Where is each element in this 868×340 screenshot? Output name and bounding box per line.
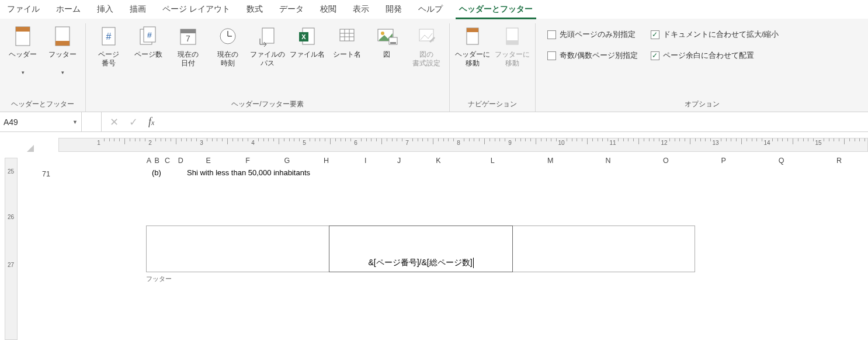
page-number-button[interactable]: # ページ 番号 <box>91 23 127 69</box>
svg-rect-10 <box>180 29 196 33</box>
insert-function-icon[interactable]: fx <box>148 116 154 128</box>
footer-center-section[interactable]: &[ページ番号]/&[総ページ数] <box>329 225 512 272</box>
accept-formula-icon[interactable]: ✓ <box>129 116 138 129</box>
sheet-icon <box>335 25 359 48</box>
column-header[interactable]: B <box>152 157 162 165</box>
column-header[interactable]: G <box>268 157 307 165</box>
svg-rect-3 <box>55 41 70 46</box>
sheet-name-button[interactable]: シート名 <box>329 23 365 69</box>
chevron-down-icon: ▼ <box>72 119 78 125</box>
tab-header-footer[interactable]: ヘッダーとフッター <box>456 2 536 17</box>
picture-button[interactable]: 図 <box>369 23 405 69</box>
clock-icon <box>216 25 239 48</box>
tab-insert[interactable]: 挿入 <box>93 2 117 17</box>
tab-data[interactable]: データ <box>276 2 307 17</box>
header-icon <box>11 25 34 48</box>
footer-region-label: フッター <box>146 275 172 283</box>
tab-home[interactable]: ホーム <box>53 2 84 17</box>
column-header[interactable]: Q <box>752 157 810 165</box>
column-header[interactable]: R <box>810 157 868 165</box>
calendar-icon: 7 <box>176 25 200 48</box>
tab-view[interactable]: 表示 <box>349 2 373 17</box>
format-picture-icon <box>415 25 438 48</box>
ribbon-group-navigation: ヘッダーに 移動 フッターに 移動 ナビゲーション <box>450 23 536 112</box>
column-header[interactable]: O <box>637 157 695 165</box>
svg-text:7: 7 <box>186 34 190 43</box>
select-all-button[interactable] <box>20 138 34 152</box>
tab-file[interactable]: ファイル <box>4 2 43 17</box>
cell-text[interactable]: Shi with less than 50,000 inhabitants <box>187 168 310 177</box>
excel-file-icon: X <box>296 25 319 48</box>
horizontal-ruler[interactable]: 123456789101112131415 <box>58 138 868 152</box>
file-path-icon <box>256 25 279 48</box>
option-scale-with-doc[interactable]: ✓ ドキュメントに合わせて拡大/縮小 <box>651 29 779 40</box>
column-header[interactable]: M <box>522 157 579 165</box>
footer-right-section[interactable] <box>512 226 695 272</box>
column-header[interactable]: A <box>146 157 152 165</box>
file-path-button[interactable]: ファイルの パス <box>249 23 286 69</box>
svg-rect-19 <box>340 29 354 41</box>
header-dropdown-button[interactable]: ヘッダー ▾ <box>5 23 41 76</box>
option-first-page-different[interactable]: 先頭ページのみ別指定 <box>547 29 638 40</box>
svg-rect-1 <box>16 27 30 32</box>
column-header[interactable]: L <box>464 157 522 165</box>
ribbon-group-header-footer: ヘッダー ▾ フッター ▾ ヘッダーとフッター <box>0 23 86 112</box>
svg-text:#: # <box>106 32 112 41</box>
worksheet-area[interactable]: 123456789101112131415 252627 ABCDEFGHIJK… <box>0 132 868 340</box>
tab-developer[interactable]: 開発 <box>382 2 405 17</box>
svg-rect-28 <box>419 29 433 41</box>
file-name-button[interactable]: X ファイル名 <box>289 23 325 69</box>
column-header[interactable]: F <box>228 157 267 165</box>
svg-rect-31 <box>467 28 478 32</box>
footer-dropdown-button[interactable]: フッター ▾ <box>44 23 81 76</box>
column-header[interactable]: N <box>579 157 637 165</box>
page-count-button[interactable]: # ページ数 <box>130 23 166 69</box>
column-header[interactable]: E <box>189 157 228 165</box>
page-count-icon: # <box>137 25 160 48</box>
vertical-ruler[interactable]: 252627 <box>5 158 18 340</box>
checkbox-checked-icon: ✓ <box>651 30 659 39</box>
ribbon: ヘッダー ▾ フッター ▾ ヘッダーとフッター # ページ 番号 <box>0 19 868 112</box>
svg-text:#: # <box>147 30 152 40</box>
tab-formulas[interactable]: 数式 <box>243 2 266 17</box>
group-label-elements: ヘッダー/フッター要素 <box>91 96 445 109</box>
current-time-button[interactable]: 現在の 時刻 <box>210 23 246 69</box>
footer-left-section[interactable] <box>147 226 329 272</box>
checkbox-icon <box>547 51 556 60</box>
column-headers[interactable]: ABCDEFGHIJKLMNOPQR <box>146 154 868 167</box>
group-label-options: オプション <box>540 96 863 109</box>
column-header[interactable]: P <box>695 157 752 165</box>
name-box[interactable]: A49 ▼ <box>0 112 82 131</box>
cell-b[interactable]: (b) <box>152 168 172 177</box>
goto-header-button[interactable]: ヘッダーに 移動 <box>454 23 491 69</box>
chevron-down-icon: ▾ <box>22 70 25 76</box>
checkbox-checked-icon: ✓ <box>651 51 659 60</box>
goto-header-icon <box>461 25 484 48</box>
column-header[interactable]: C <box>162 157 173 165</box>
group-label-navigation: ナビゲーション <box>454 96 530 109</box>
picture-icon <box>375 25 398 48</box>
cancel-formula-icon[interactable]: ✕ <box>110 116 119 129</box>
column-header[interactable]: D <box>172 157 189 165</box>
menu-tabs: ファイル ホーム 挿入 描画 ページ レイアウト 数式 データ 校閲 表示 開発… <box>0 0 868 19</box>
goto-footer-button: フッターに 移動 <box>494 23 530 69</box>
svg-rect-27 <box>390 42 396 44</box>
tab-page-layout[interactable]: ページ レイアウト <box>159 2 234 17</box>
column-header[interactable]: J <box>385 157 412 165</box>
chevron-down-icon: ▾ <box>61 70 64 76</box>
option-odd-even-different[interactable]: 奇数/偶数ページ別指定 <box>547 50 638 61</box>
row-header[interactable]: 71 <box>22 168 54 180</box>
svg-point-25 <box>381 32 384 35</box>
tab-draw[interactable]: 描画 <box>126 2 150 17</box>
column-header[interactable]: I <box>346 157 385 165</box>
formula-input[interactable] <box>162 112 868 131</box>
tab-review[interactable]: 校閲 <box>317 2 340 17</box>
checkbox-icon <box>547 30 556 39</box>
row-headers[interactable]: 71 <box>22 168 54 180</box>
current-date-button[interactable]: 7 現在の 日付 <box>170 23 206 69</box>
tab-help[interactable]: ヘルプ <box>415 2 446 17</box>
footer-center-text: &[ページ番号]/&[総ページ数] <box>368 258 472 268</box>
column-header[interactable]: K <box>413 157 464 165</box>
column-header[interactable]: H <box>307 157 346 165</box>
option-align-margins[interactable]: ✓ ページ余白に合わせて配置 <box>651 50 779 61</box>
